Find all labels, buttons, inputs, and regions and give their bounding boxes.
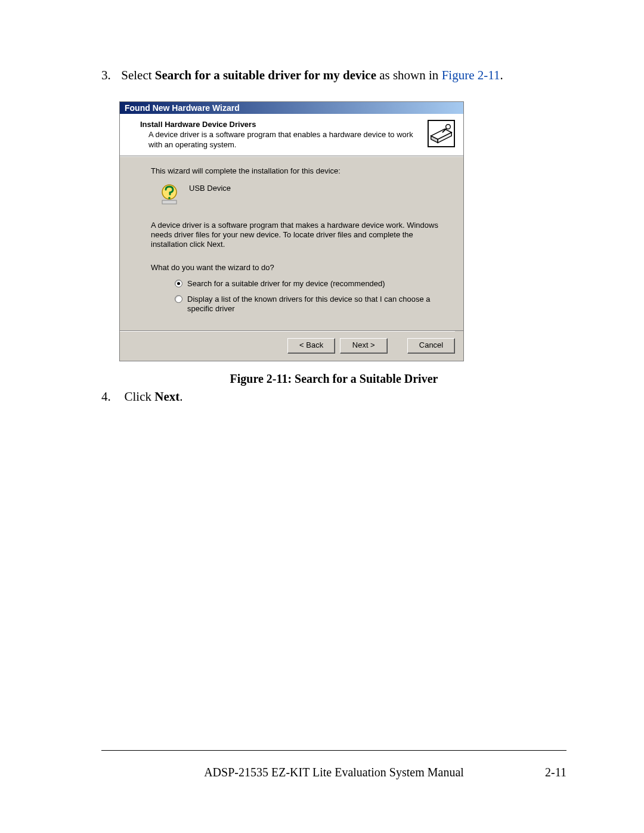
option-1-label: Search for a suitable driver for my devi… [187,279,385,289]
next-button[interactable]: Next > [340,338,388,354]
option-search-driver[interactable]: Search for a suitable driver for my devi… [175,279,448,289]
wizard-button-bar: < Back Next > Cancel [120,330,463,361]
device-row: USB Device [160,184,448,206]
footer-manual-title: ADSP-21535 EZ-KIT Lite Evaluation System… [149,766,519,779]
wizard-header-title: Install Hardware Device Drivers [140,120,422,129]
step-4-number: 4. [101,389,118,404]
radio-unselected-icon[interactable] [175,295,182,303]
wizard-prompt: What do you want the wizard to do? [151,263,448,272]
step-3-prefix: Select [121,68,155,82]
wizard-header: Install Hardware Device Drivers A device… [120,114,463,156]
svg-point-7 [168,197,171,199]
step-4-text: 4. Click Next. [101,389,566,404]
figure-caption: Figure 2-11: Search for a Suitable Drive… [101,372,566,386]
footer-rule [101,750,566,751]
svg-rect-8 [162,200,177,204]
step-4-suffix: . [179,389,182,404]
step-4-bold: Next [154,389,179,404]
wizard-content: This wizard will complete the installati… [120,156,463,331]
step-3-number: 3. [101,67,118,83]
step-4-prefix: Click [125,389,155,404]
wizard-explanation: A device driver is a software program th… [151,221,448,250]
wizard-options: Search for a suitable driver for my devi… [151,279,448,314]
step-3-text: 3. Select Search for a suitable driver f… [101,67,566,83]
wizard-header-subtitle: A device driver is a software program th… [140,130,422,150]
radio-selected-icon[interactable] [175,280,182,287]
footer-page-number: 2-11 [519,766,566,779]
step-3-bold: Search for a suitable driver for my devi… [155,68,376,82]
device-setup-icon [428,120,455,147]
question-device-icon [160,184,181,206]
wizard-dialog: Found New Hardware Wizard Install Hardwa… [119,101,464,361]
option-display-list[interactable]: Display a list of the known drivers for … [175,295,448,314]
figure-link[interactable]: Figure 2-11 [442,68,500,82]
cancel-button[interactable]: Cancel [407,338,455,354]
document-page: 3. Select Search for a suitable driver f… [0,0,644,833]
wizard-header-text: Install Hardware Device Drivers A device… [140,120,428,150]
step-3-suffix: . [500,68,503,82]
step-3-middle: as shown in [376,68,442,82]
device-name: USB Device [189,184,231,193]
svg-point-4 [446,125,451,129]
wizard-complete-line: This wizard will complete the installati… [151,166,448,175]
back-button[interactable]: < Back [287,338,335,354]
option-2-label: Display a list of the known drivers for … [187,295,438,314]
wizard-titlebar: Found New Hardware Wizard [120,102,463,114]
page-footer: ADSP-21535 EZ-KIT Lite Evaluation System… [101,766,566,779]
